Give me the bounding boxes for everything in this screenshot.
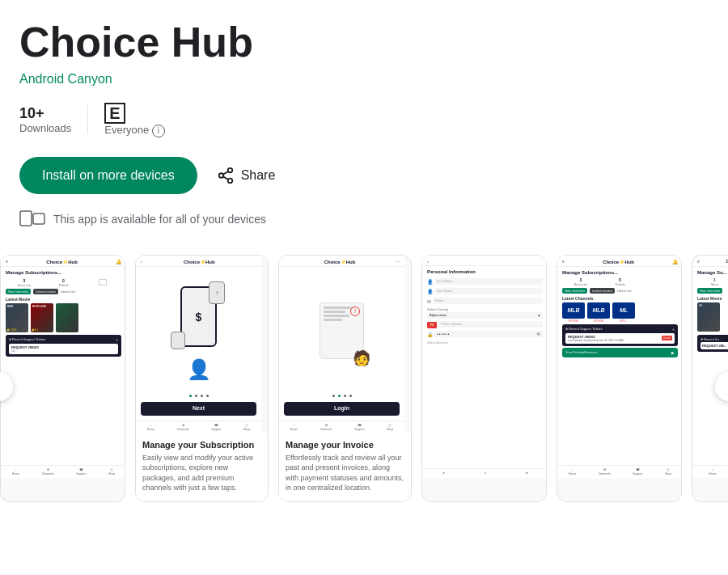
share-label: Share: [241, 168, 276, 183]
screenshot-card-3: Choice⚡Hub ··· !: [278, 255, 412, 502]
screenshots-container: ≡ Choice⚡Hub 🔔 Manage Subscriptions... 3…: [0, 255, 728, 502]
screenshot-img-6: ≡ Ch... 🔔 Manage Su... 3 Servi: [692, 256, 728, 478]
screenshots-section: ‹ ≡ Choice⚡Hub 🔔 Manage Subscriptions...…: [0, 255, 728, 518]
share-icon: [217, 167, 235, 184]
screenshot-card-4: ‹ Personal Information 👤 First Name 👤 La…: [421, 255, 547, 502]
svg-line-3: [223, 176, 228, 180]
screenshot-card-2: ‹ Choice⚡Hub $ ↑: [135, 255, 269, 502]
actions-row: Install on more devices Share: [19, 157, 709, 194]
device-icon: [19, 210, 45, 229]
device-notice: This app is available for all of your de…: [19, 210, 709, 229]
screenshot-caption-2: Manage your Subscription Easily view and…: [136, 433, 268, 501]
svg-point-2: [227, 178, 232, 183]
svg-rect-6: [33, 214, 44, 224]
stats-row: 10+ Downloads E Everyone i: [19, 103, 709, 137]
device-notice-text: This app is available for all of your de…: [53, 213, 266, 226]
screenshot-card-5: ≡ Choice⚡Hub 🔔 Manage Subscriptions... 3…: [557, 255, 682, 502]
screenshot-card-1: ≡ Choice⚡Hub 🔔 Manage Subscriptions... 3…: [0, 255, 125, 502]
rating-value: E: [104, 103, 125, 124]
downloads-stat: 10+ Downloads: [19, 105, 88, 134]
app-title: Choice Hub: [19, 19, 709, 66]
rating-badge: E: [104, 103, 125, 124]
rating-stat: E Everyone i: [104, 103, 181, 137]
screenshot-img-1: ≡ Choice⚡Hub 🔔 Manage Subscriptions... 3…: [1, 256, 125, 478]
screenshot-img-5: ≡ Choice⚡Hub 🔔 Manage Subscriptions... 3…: [557, 256, 682, 478]
svg-line-4: [223, 171, 228, 175]
share-button[interactable]: Share: [217, 167, 276, 184]
svg-point-1: [218, 173, 223, 178]
screenshot-img-3: Choice⚡Hub ··· !: [279, 256, 404, 433]
downloads-value: 10+: [19, 105, 44, 122]
screenshot-img-4: ‹ Personal Information 👤 First Name 👤 La…: [422, 256, 547, 478]
svg-rect-5: [20, 211, 32, 226]
svg-point-0: [227, 168, 232, 173]
developer-link[interactable]: Android Canyon: [19, 72, 709, 87]
screenshot-img-2: ‹ Choice⚡Hub $ ↑: [136, 256, 261, 433]
install-button[interactable]: Install on more devices: [19, 157, 197, 194]
info-icon[interactable]: i: [152, 125, 165, 137]
screenshot-caption-3: Manage your Invoice Effortlessly track a…: [279, 433, 411, 501]
downloads-label: Downloads: [19, 122, 71, 134]
rating-label: Everyone i: [104, 124, 165, 137]
